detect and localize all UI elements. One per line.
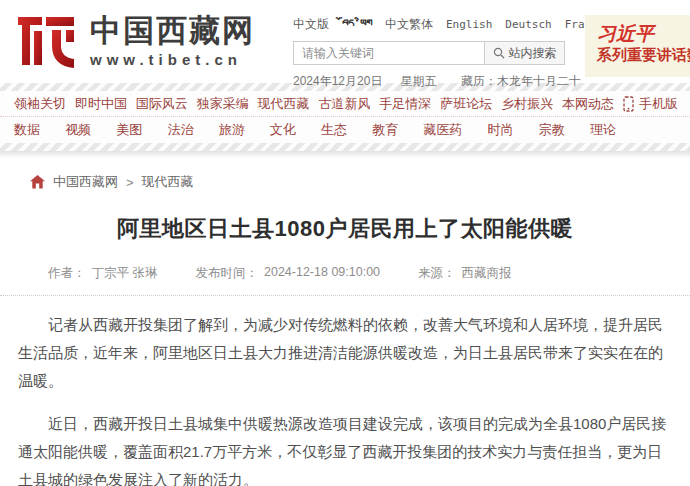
nav-item-lingxiuguanqie[interactable]: 领袖关切: [14, 95, 66, 113]
nav-item-zongjiao[interactable]: 宗教: [539, 121, 565, 139]
site-search: 站内搜索: [293, 41, 565, 65]
meta-author: 作者： 丁宗平 张琳: [48, 265, 157, 282]
nav-item-wenhua[interactable]: 文化: [270, 121, 296, 139]
meta-source-value: 西藏商报: [462, 265, 512, 282]
breadcrumb-separator: >: [126, 175, 134, 190]
search-button-label: 站内搜索: [509, 45, 557, 62]
nav-item-shishang[interactable]: 时尚: [488, 121, 514, 139]
nav-item-dujiacaibian[interactable]: 独家采编: [197, 95, 249, 113]
nav-item-shengtai[interactable]: 生态: [321, 121, 347, 139]
site-name: 中国西藏网: [90, 12, 255, 50]
meta-time-value: 2024-12-18 09:10:00: [264, 265, 380, 282]
search-button[interactable]: 站内搜索: [484, 42, 564, 64]
promo-line1: 习近平: [597, 23, 690, 45]
lang-zh-cn[interactable]: 中文版: [293, 16, 329, 33]
meta-author-label: 作者：: [48, 265, 86, 282]
article-body: 记者从西藏开投集团了解到，为减少对传统燃料的依赖，改善大气环境和人居环境，提升居…: [18, 311, 672, 486]
breadcrumb-current-link[interactable]: 现代西藏: [142, 173, 194, 191]
site-logo[interactable]: 中国西藏网 www.tibet.cn: [14, 9, 255, 73]
nav-item-lilun[interactable]: 理论: [590, 121, 616, 139]
nav-item-shipin[interactable]: 视频: [65, 121, 91, 139]
phone-icon: [623, 96, 634, 112]
meta-time-label: 发布时间：: [195, 265, 258, 282]
article-meta: 作者： 丁宗平 张琳 发布时间： 2024-12-18 09:10:00 来源：…: [48, 265, 672, 295]
nav-row-1: 领袖关切 即时中国 国际风云 独家采编 现代西藏 古道新风 手足情深 萨班论坛 …: [0, 91, 690, 117]
date-text: 2024年12月20日: [293, 73, 382, 90]
lang-english[interactable]: English: [446, 18, 492, 31]
nav-item-jishizhongguo[interactable]: 即时中国: [75, 95, 127, 113]
promo-banner-xi-speeches[interactable]: 习近平 系列重要讲话数: [585, 15, 690, 77]
nav-item-lvyou[interactable]: 旅游: [219, 121, 245, 139]
nav-item-shuju[interactable]: 数据: [14, 121, 40, 139]
promo-line2: 系列重要讲话数: [597, 45, 690, 65]
breadcrumb-home-link[interactable]: 中国西藏网: [53, 173, 118, 191]
site-header: 中国西藏网 www.tibet.cn 中文版 བོད་ཡིག 中文繁体 Engl…: [0, 0, 690, 83]
main-nav: 领袖关切 即时中国 国际风云 独家采编 现代西藏 古道新风 手足情深 萨班论坛 …: [0, 91, 690, 143]
magnifier-icon: [493, 47, 505, 59]
article: 阿里地区日土县1080户居民用上了太阳能供暖 作者： 丁宗平 张琳 发布时间： …: [0, 214, 690, 486]
nav-shadow: [0, 151, 690, 158]
nav-row-2: 数据 视频 美图 法治 旅游 文化 生态 教育 藏医药 时尚 宗教 理论: [0, 117, 690, 143]
nav-item-sabanluntan[interactable]: 萨班论坛: [440, 95, 492, 113]
nav-item-jiaoyu[interactable]: 教育: [372, 121, 398, 139]
nav-item-xiandaixizang[interactable]: 现代西藏: [258, 95, 310, 113]
header-right: 中文版 བོད་ཡིག 中文繁体 English Deutsch Françai…: [293, 16, 581, 90]
search-input[interactable]: [294, 42, 484, 64]
meta-source-label: 来源：: [418, 265, 456, 282]
nav-item-benwangdongtai[interactable]: 本网动态: [562, 95, 614, 113]
article-title: 阿里地区日土县1080户居民用上了太阳能供暖: [18, 214, 672, 244]
article-paragraph: 近日，西藏开投日土县城集中供暖热源改造项目建设完成，该项目的完成为全县1080户…: [18, 410, 672, 486]
logo-text: 中国西藏网 www.tibet.cn: [90, 12, 255, 70]
meta-publish-time: 发布时间： 2024-12-18 09:10:00: [195, 265, 380, 282]
tibetan-calendar-text: 藏历：木龙年十月二十: [461, 73, 581, 90]
article-paragraph: 记者从西藏开投集团了解到，为减少对传统燃料的依赖，改善大气环境和人居环境，提升居…: [18, 311, 672, 395]
meta-source: 来源： 西藏商报: [418, 265, 512, 282]
tibet-net-emblem-icon: [14, 9, 78, 73]
nav-item-zangyiyao[interactable]: 藏医药: [423, 121, 462, 139]
site-url: www.tibet.cn: [90, 50, 255, 70]
breadcrumb: 中国西藏网 > 现代西藏: [0, 158, 690, 201]
lang-deutsch[interactable]: Deutsch: [505, 18, 551, 31]
nav-item-mobile-version[interactable]: 手机版: [623, 95, 678, 113]
nav-item-shouzuqingshen[interactable]: 手足情深: [379, 95, 431, 113]
language-bar: 中文版 བོད་ཡིག 中文繁体 English Deutsch Françai…: [293, 16, 581, 33]
mobile-label: 手机版: [639, 95, 678, 113]
nav-item-fazhi[interactable]: 法治: [168, 121, 194, 139]
home-icon[interactable]: [30, 175, 45, 189]
nav-item-xiangcunzhenxing[interactable]: 乡村振兴: [501, 95, 553, 113]
nav-item-meitu[interactable]: 美图: [116, 121, 142, 139]
date-bar: 2024年12月20日 星期五 藏历：木龙年十月二十: [293, 73, 581, 90]
ornament-strip-bottom: [0, 143, 690, 151]
nav-item-guojifengyun[interactable]: 国际风云: [136, 95, 188, 113]
nav-item-gudaoxinfeng[interactable]: 古道新风: [318, 95, 370, 113]
weekday-text: 星期五: [400, 73, 436, 90]
lang-tibetan[interactable]: བོད་ཡིག: [342, 17, 372, 31]
lang-zh-tw[interactable]: 中文繁体: [385, 16, 433, 33]
meta-author-value: 丁宗平 张琳: [92, 265, 158, 282]
meta-divider: [0, 295, 690, 296]
